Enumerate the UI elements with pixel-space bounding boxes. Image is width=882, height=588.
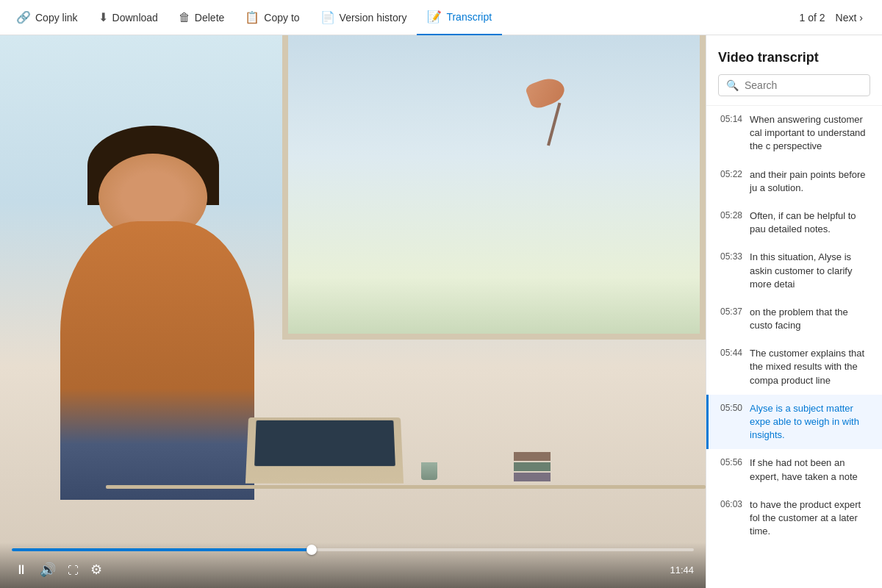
- transcript-item[interactable]: 05:22 and their pain points before ju a …: [706, 161, 882, 202]
- transcript-time: 05:28: [720, 209, 742, 236]
- lamp-head: [525, 74, 568, 111]
- transcript-item[interactable]: 05:50 Alyse is a subject matter expe abl…: [706, 395, 882, 450]
- transcript-item[interactable]: 06:03 to have the product expert fol the…: [706, 491, 882, 546]
- main-content: ⏸ 🔊 ⛶ ⚙ 11:44 Video transcript: [0, 35, 882, 588]
- nav-controls: 1 of 2 Next ›: [799, 9, 876, 26]
- copy-to-button[interactable]: 📋 Copy to: [234, 0, 309, 35]
- download-button[interactable]: ⬇ Download: [88, 0, 168, 35]
- copy-link-label: Copy link: [35, 12, 78, 24]
- video-area: ⏸ 🔊 ⛶ ⚙ 11:44: [0, 35, 706, 588]
- copy-link-button[interactable]: 🔗 Copy link: [6, 0, 88, 35]
- current-page: 1: [799, 12, 805, 24]
- pause-button[interactable]: ⏸: [12, 559, 31, 581]
- book-3: [514, 473, 551, 481]
- person-body: [60, 221, 254, 500]
- transcript-time: 05:33: [720, 251, 742, 291]
- transcript-time: 05:37: [720, 306, 742, 332]
- book-2: [514, 462, 551, 471]
- transcript-label: Transcript: [446, 11, 492, 23]
- progress-bar[interactable]: [12, 548, 694, 551]
- transcript-text: The customer explains that the mixed res…: [750, 347, 870, 387]
- video-controls: ⏸ 🔊 ⛶ ⚙ 11:44: [0, 542, 706, 588]
- transcript-text: In this situation, Alyse is askin custom…: [750, 251, 870, 291]
- duration-display: 11:44: [670, 564, 694, 576]
- settings-icon: ⚙: [90, 562, 102, 578]
- copy-link-icon: 🔗: [16, 10, 31, 24]
- search-box[interactable]: 🔍: [718, 74, 870, 96]
- copy-to-icon: 📋: [245, 10, 259, 24]
- controls-row: ⏸ 🔊 ⛶ ⚙ 11:44: [12, 559, 694, 581]
- lamp-arm: [547, 103, 561, 146]
- download-label: Download: [112, 12, 158, 24]
- page-indicator: 1 of 2: [799, 12, 825, 24]
- transcript-text: and their pain points before ju a soluti…: [750, 168, 870, 195]
- progress-thumb: [306, 545, 317, 555]
- volume-icon: 🔊: [40, 562, 56, 578]
- transcript-time: 05:56: [720, 456, 742, 483]
- desk-lamp: [506, 79, 564, 168]
- transcript-time: 05:44: [720, 347, 742, 387]
- volume-button[interactable]: 🔊: [37, 559, 59, 581]
- expand-button[interactable]: ⛶: [65, 561, 82, 579]
- transcript-text: When answering customer cal important to…: [750, 113, 870, 154]
- delete-button[interactable]: 🗑 Delete: [168, 0, 234, 35]
- transcript-item[interactable]: 05:14 When answering customer cal import…: [706, 106, 882, 161]
- download-icon: ⬇: [98, 10, 108, 24]
- transcript-time: 06:03: [720, 498, 742, 539]
- next-chevron-icon: ›: [859, 12, 863, 24]
- next-button[interactable]: Next ›: [828, 9, 870, 26]
- video-scene: [0, 35, 706, 588]
- transcript-text: on the problem that the custo facing: [750, 306, 870, 332]
- transcript-text: If she had not been an expert, have take…: [750, 456, 870, 483]
- transcript-item[interactable]: 05:44 The customer explains that the mix…: [706, 340, 882, 395]
- mug: [421, 462, 437, 480]
- transcript-header: Video transcript 🔍: [706, 35, 882, 106]
- transcript-text: Alyse is a subject matter expe able to w…: [750, 402, 870, 442]
- transcript-title: Video transcript: [718, 50, 870, 65]
- next-label: Next: [836, 12, 857, 24]
- laptop: [245, 417, 404, 484]
- transcript-item[interactable]: 05:33 In this situation, Alyse is askin …: [706, 243, 882, 298]
- copy-to-label: Copy to: [264, 12, 299, 24]
- settings-button[interactable]: ⚙: [87, 559, 105, 581]
- book-1: [514, 452, 551, 461]
- video-frame[interactable]: ⏸ 🔊 ⛶ ⚙ 11:44: [0, 35, 706, 588]
- transcript-icon: 📝: [427, 10, 442, 24]
- desk: [106, 485, 706, 489]
- transcript-panel: Video transcript 🔍 05:14 When answering …: [706, 35, 882, 588]
- transcript-time: 05:22: [720, 168, 742, 195]
- delete-icon: 🗑: [179, 11, 190, 24]
- transcript-time: 05:14: [720, 113, 742, 154]
- pause-icon: ⏸: [15, 562, 28, 578]
- of-label: of 2: [808, 12, 825, 24]
- transcript-button[interactable]: 📝 Transcript: [417, 0, 502, 35]
- transcript-item[interactable]: 05:28 Often, if can be helpful to pau de…: [706, 202, 882, 243]
- books-stack: [514, 452, 551, 483]
- transcript-time: 05:50: [720, 402, 742, 442]
- transcript-list: 05:14 When answering customer cal import…: [706, 106, 882, 588]
- expand-icon: ⛶: [68, 564, 79, 576]
- progress-fill: [12, 548, 312, 551]
- transcript-item[interactable]: 05:56 If she had not been an expert, hav…: [706, 449, 882, 490]
- laptop-screen: [254, 420, 395, 466]
- transcript-text: to have the product expert fol the custo…: [750, 498, 870, 539]
- toolbar: 🔗 Copy link ⬇ Download 🗑 Delete 📋 Copy t…: [0, 0, 882, 35]
- transcript-text: Often, if can be helpful to pau detailed…: [750, 209, 870, 236]
- search-input[interactable]: [745, 79, 862, 91]
- version-history-label: Version history: [340, 12, 407, 24]
- delete-label: Delete: [195, 12, 224, 24]
- version-history-button[interactable]: 📄 Version history: [310, 0, 417, 35]
- version-history-icon: 📄: [320, 10, 335, 24]
- search-icon: 🔍: [726, 79, 739, 91]
- transcript-item[interactable]: 05:37 on the problem that the custo faci…: [706, 298, 882, 340]
